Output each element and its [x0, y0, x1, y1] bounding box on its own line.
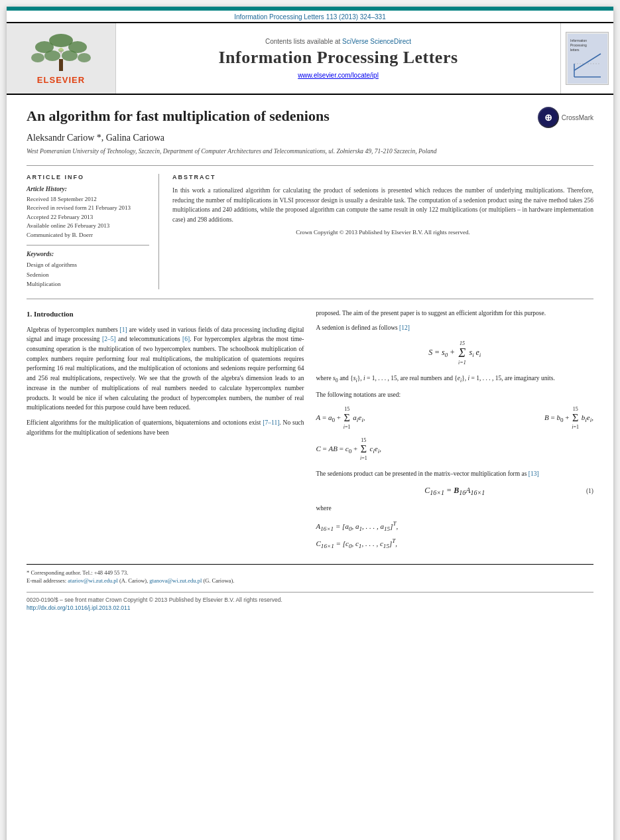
section-1-title: 1. Introduction: [27, 309, 304, 320]
intro-para-1: Algebras of hypercomplex numbers [1] are…: [27, 325, 304, 413]
sciverse-line: Contents lists available at SciVerse Sci…: [265, 38, 411, 45]
journal-link-bar: Information Processing Letters 113 (2013…: [7, 11, 613, 22]
formula-C: C = AB = c0 + 15 Σ i=1 ciei,: [316, 437, 594, 462]
journal-title: Information Processing Letters: [218, 48, 458, 68]
sedenion-def-intro: A sedenion is defined as follows [12]: [316, 323, 594, 333]
bottom-bar: 0020-0190/$ – see front matter Crown Cop…: [27, 592, 593, 611]
copyright-text: Crown Copyright © 2013 Published by Else…: [172, 229, 593, 236]
available-date: Available online 26 February 2013: [27, 222, 149, 231]
abstract-heading: ABSTRACT: [172, 174, 593, 180]
svg-text:🌳: 🌳: [58, 47, 64, 54]
crossmark-text: CrossMark: [562, 114, 593, 121]
formula-AB-row: A = a0 + 15 Σ i=1 aiei, B = b0 + 15 Σ: [316, 405, 594, 431]
crossmark-svg: ⊕: [538, 107, 558, 127]
svg-point-6: [31, 53, 44, 62]
page: Information Processing Letters 113 (2013…: [7, 7, 613, 840]
intro-para-2: Efficient algorithms for the multiplicat…: [27, 418, 304, 437]
formula-matrix-eq: C16×1 = B16A16×1: [424, 484, 485, 498]
formula-B: B = b0 + 15 Σ i=1 biei,: [544, 405, 593, 431]
svg-text:letters: letters: [570, 48, 580, 52]
where2-text: where: [316, 504, 594, 514]
journal-cover-image: Information Processing letters: [566, 32, 609, 85]
formula-A16: A16×1 = [a0, a1, . . . , a15]T,: [316, 519, 594, 533]
issn-text: 0020-0190/$ – see front matter Crown Cop…: [27, 596, 593, 603]
footnote-email: E-mail addresses: atariov@wi.zut.edu.pl …: [27, 577, 593, 585]
svg-text:Information: Information: [570, 38, 587, 42]
authors: Aleksandr Cariow *, Galina Cariowa: [27, 133, 593, 143]
ref-2-5-link[interactable]: [2–5]: [102, 336, 116, 342]
svg-text:Processing: Processing: [570, 43, 587, 47]
title-row: An algorithm for fast multiplication of …: [27, 107, 593, 133]
email1-link[interactable]: atariov@wi.zut.edu.pl: [68, 577, 118, 584]
header-area: 🌳 ELSEVIER Contents lists available at S…: [7, 22, 613, 95]
paper-title: An algorithm for fast multiplication of …: [27, 107, 330, 126]
ref-7-11-link[interactable]: [7–11]: [263, 419, 279, 426]
publisher-logo: 🌳 ELSEVIER: [7, 23, 116, 94]
svg-point-7: [78, 53, 91, 62]
doi-link-row: http://dx.doi.org/10.1016/j.ipl.2013.02.…: [27, 604, 593, 611]
body-two-col: 1. Introduction Algebras of hypercomplex…: [27, 309, 593, 553]
revised-date: Received in revised form 21 February 201…: [27, 204, 149, 213]
content-area: An algorithm for fast multiplication of …: [7, 95, 613, 624]
notations-intro: The following notations are used:: [316, 390, 594, 400]
doi-link[interactable]: http://dx.doi.org/10.1016/j.ipl.2013.02.…: [27, 604, 130, 611]
formula-C16: C16×1 = [c0, c1, . . . , c15]T,: [316, 536, 594, 551]
sciverse-link[interactable]: SciVerse ScienceDirect: [342, 38, 411, 45]
info-divider: [27, 245, 149, 245]
communicated-by: Communicated by B. Doerr: [27, 231, 149, 240]
eq-number-1: (1): [485, 486, 593, 496]
affiliation: West Pomeranian University of Technology…: [27, 147, 593, 156]
accepted-date: Accepted 22 February 2013: [27, 213, 149, 222]
keywords-label: Keywords:: [27, 251, 149, 257]
abstract-text: In this work a rationalized algorithm fo…: [172, 186, 593, 225]
article-info-heading: ARTICLE INFO: [27, 174, 149, 180]
ref-13-link[interactable]: [13]: [528, 470, 539, 477]
body-right-col: proposed. The aim of the present paper i…: [316, 309, 594, 553]
history-label: Article History:: [27, 186, 149, 192]
footnote-star: * Corresponding author. Tel.: +48 449 55…: [27, 569, 593, 577]
body-left-col: 1. Introduction Algebras of hypercomplex…: [27, 309, 304, 553]
formula-S: S = s0 + 15 Σ i=1 si ei: [316, 340, 594, 367]
where-s-text: where s0 and {si}, i = 1, . . . , 15, ar…: [316, 374, 594, 385]
keyword-3: Multiplication: [27, 279, 149, 289]
formula-A: A = a0 + 15 Σ i=1 aiei,: [316, 405, 365, 431]
header-center: Contents lists available at SciVerse Sci…: [116, 23, 560, 94]
journal-thumbnail: Information Processing letters: [560, 23, 613, 94]
svg-text:⊕: ⊕: [544, 112, 552, 123]
svg-rect-8: [59, 59, 63, 71]
journal-citation: Information Processing Letters 113 (2013…: [234, 13, 385, 21]
elsevier-tree-icon: 🌳: [31, 33, 91, 72]
abstract-col: ABSTRACT In this work a rationalized alg…: [172, 174, 593, 289]
crossmark-badge: ⊕ CrossMark: [538, 107, 593, 128]
right-para-1: proposed. The aim of the present paper i…: [316, 309, 594, 318]
journal-url: www.elsevier.com/locate/ipl: [298, 72, 379, 79]
ref-12-link[interactable]: [12]: [399, 324, 410, 331]
crossmark-icon: ⊕: [538, 107, 559, 128]
footnote-area: * Corresponding author. Tel.: +48 449 55…: [27, 564, 593, 586]
article-info-abstract: ARTICLE INFO Article History: Received 1…: [27, 165, 593, 289]
ref-1-link[interactable]: [1]: [120, 326, 127, 333]
keyword-2: Sedenion: [27, 270, 149, 279]
keyword-1: Design of algorithms: [27, 260, 149, 269]
article-info-col: ARTICLE INFO Article History: Received 1…: [27, 174, 159, 289]
email2-link[interactable]: gtanova@wi.zut.edu.pl: [149, 577, 202, 584]
journal-cover-svg: Information Processing letters: [568, 34, 607, 84]
ref-6-link[interactable]: [6]: [182, 336, 190, 342]
matrix-intro: The sedenions product can be presented i…: [316, 469, 594, 479]
body-divider: [27, 299, 593, 299]
received-date: Received 18 September 2012: [27, 195, 149, 204]
formula-1-row: C16×1 = B16A16×1 (1): [316, 484, 594, 498]
elsevier-label: ELSEVIER: [37, 75, 85, 85]
